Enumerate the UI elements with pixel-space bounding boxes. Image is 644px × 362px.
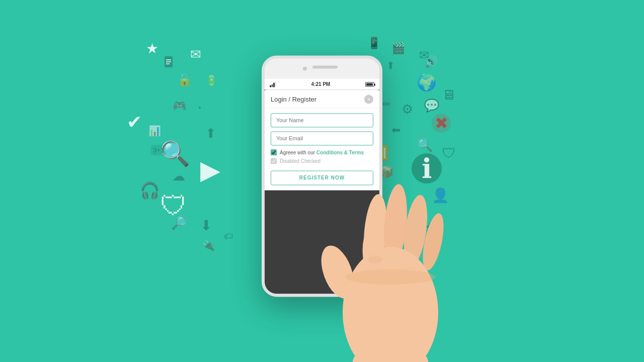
signal-bars xyxy=(270,81,276,87)
minus-search-icon: 🔍 xyxy=(417,137,433,153)
hand-svg xyxy=(315,171,456,362)
back-arrow-icon: ⬅ xyxy=(391,124,400,137)
document-icon xyxy=(164,56,174,68)
three-plus-one-icon: 3+1 xyxy=(151,145,166,155)
cross-icon: ✖ xyxy=(432,114,451,133)
email-input[interactable] xyxy=(271,131,373,145)
svg-rect-0 xyxy=(165,56,173,67)
globe-icon: 🌍 xyxy=(417,73,437,92)
lock-icon: 🔓 xyxy=(177,73,192,87)
down-arrow-icon: ⬇ xyxy=(200,217,212,234)
film-icon: 🎬 xyxy=(391,42,405,55)
envelope-icon: ✉ xyxy=(190,47,201,62)
svg-point-14 xyxy=(345,269,436,285)
name-input[interactable] xyxy=(271,113,373,127)
wifi-icon-left xyxy=(193,98,207,109)
search-icon-large: 🔍 xyxy=(160,140,190,168)
agree-terms-row: Agreee with our Conditions & Terms xyxy=(271,149,373,155)
hand-illustration xyxy=(315,171,456,362)
chart-icon: 📊 xyxy=(148,125,161,137)
gamepad-icon: 🎮 xyxy=(173,100,186,113)
disabled-checked-row: Disabled Checked xyxy=(271,158,373,164)
zoom-icon: 🔎 xyxy=(171,215,187,231)
checkmark-icon: ✔ xyxy=(127,112,142,133)
pencil-icon: ✏ xyxy=(382,98,391,110)
star-icon: ★ xyxy=(146,40,158,57)
battery-status xyxy=(365,82,374,86)
status-bar: 4:21 PM xyxy=(265,78,379,89)
agree-checkbox[interactable] xyxy=(271,149,277,155)
shield-icon-right: 🛡 xyxy=(442,145,456,161)
disabled-label: Disabled Checked xyxy=(280,158,320,164)
envelope-icon-right: ✉ xyxy=(419,48,429,62)
speaker xyxy=(312,65,338,68)
agree-label: Agreee with our Conditions & Terms xyxy=(280,150,364,155)
speaker-icon: 🔊 xyxy=(424,55,438,68)
tag-icon: 🏷 xyxy=(224,231,233,242)
plug-icon: 🔌 xyxy=(202,239,215,251)
disabled-checkbox xyxy=(271,158,277,164)
play-icon: ▶ xyxy=(200,155,220,185)
svg-point-4 xyxy=(199,107,201,109)
cloud-icon: ☁ xyxy=(172,168,185,184)
battery-icon: 🔋 xyxy=(205,74,218,86)
modal-title: Login / Register xyxy=(271,96,316,103)
status-time: 4:21 PM xyxy=(311,81,331,87)
modal-header: Login / Register × xyxy=(265,89,379,108)
camera xyxy=(303,66,307,70)
mobile-icon-right: 📱 xyxy=(367,37,381,50)
svg-rect-11 xyxy=(353,352,428,362)
speech-icon: 💬 xyxy=(424,99,439,113)
shield-check-icon: 🛡 xyxy=(160,190,187,221)
gear-icon: ⚙ xyxy=(401,102,413,117)
upload-icon: ⬆ xyxy=(205,126,216,141)
svg-point-13 xyxy=(368,255,382,263)
up-arrow-icon-right: ⬆ xyxy=(386,59,395,71)
headphone-icon: 🎧 xyxy=(140,181,160,200)
monitor-icon: 🖥 xyxy=(442,86,456,103)
modal-close-button[interactable]: × xyxy=(364,95,373,104)
